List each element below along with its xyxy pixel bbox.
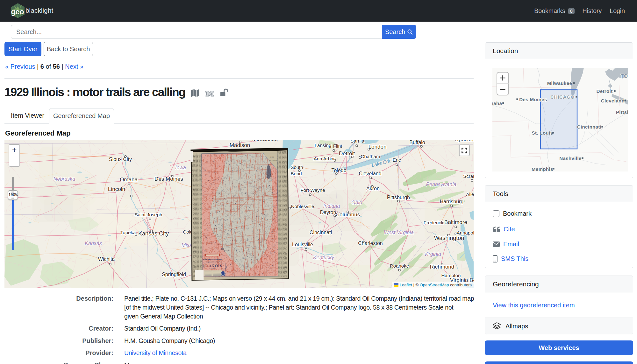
svg-text:STANDARD OIL COMPANY: STANDARD OIL COMPANY (203, 258, 222, 260)
svg-text:Syracuse: Syracuse (455, 140, 474, 142)
svg-text:Detroit: Detroit (596, 88, 612, 94)
svg-text:South: South (290, 164, 303, 170)
svg-text:Frederick: Frederick (424, 220, 444, 225)
svg-text:Cleveland: Cleveland (359, 171, 381, 176)
svg-text:Milwaukee: Milwaukee (252, 140, 278, 142)
svg-text:Erie: Erie (393, 157, 401, 163)
svg-text:Pittsburgh: Pittsburgh (387, 195, 410, 200)
svg-text:Des Moines: Des Moines (519, 97, 547, 102)
svg-text:Virginia: Virginia (424, 251, 441, 257)
svg-text:geo: geo (11, 8, 24, 16)
svg-text:Madison: Madison (230, 142, 250, 148)
svg-text:Noblesville: Noblesville (291, 204, 314, 209)
svg-text:Cincinnati: Cincinnati (577, 124, 602, 130)
svg-text:Des Moines: Des Moines (154, 176, 183, 182)
svg-text:Columbus: Columbus (336, 212, 360, 218)
svg-text:Sioux City: Sioux City (109, 157, 132, 162)
svg-text:TO: TO (621, 74, 628, 79)
svg-text:CHICAGO: CHICAGO (550, 94, 575, 100)
svg-text:Milwaukee: Milwaukee (547, 80, 572, 86)
svg-text:Allen: Allen (466, 192, 474, 197)
svg-text:Saint Joseph: Saint Joseph (135, 212, 162, 217)
svg-text:Toledo: Toledo (331, 168, 346, 173)
svg-text:Nebraska: Nebraska (54, 176, 75, 182)
svg-text:Fort Wayne: Fort Wayne (301, 187, 325, 193)
svg-text:Detroit: Detroit (339, 150, 355, 157)
svg-text:Dayton: Dayton (320, 210, 336, 215)
svg-text:Richmond: Richmond (430, 264, 454, 270)
svg-text:ILLINOIS: ILLINOIS (203, 263, 223, 268)
svg-text:Annapoli: Annapoli (457, 230, 474, 235)
svg-text:London: London (369, 144, 387, 150)
svg-text:Flint: Flint (333, 143, 342, 149)
svg-text:Buffalo: Buffalo (409, 140, 425, 145)
svg-text:Lincoln: Lincoln (108, 186, 125, 192)
svg-text:Pennsylvania: Pennsylvania (426, 182, 456, 187)
svg-text:Lansing: Lansing (315, 143, 332, 148)
svg-text:Iowa: Iowa (175, 165, 186, 170)
svg-text:Akron: Akron (366, 186, 380, 191)
svg-text:Nashville: Nashville (559, 156, 581, 161)
svg-text:Ann Arbor: Ann Arbor (314, 156, 335, 161)
svg-text:Cleveland: Cleveland (601, 98, 625, 103)
svg-text:Scale in Miles: Scale in Miles (209, 268, 216, 270)
svg-text:St. Louis: St. Louis (532, 130, 553, 136)
svg-text:naha: naha (492, 101, 502, 106)
svg-text:MICHIGAN: MICHIGAN (269, 159, 277, 161)
svg-text:Bend: Bend (290, 171, 302, 176)
svg-text:Baltimore: Baltimore (444, 219, 467, 225)
svg-text:Roanoke: Roanoke (390, 263, 409, 269)
svg-text:Scrant: Scrant (463, 173, 474, 179)
svg-text:Kentucky: Kentucky (313, 255, 334, 260)
svg-text:West Virginia: West Virginia (384, 230, 414, 235)
svg-text:Topeka: Topeka (120, 230, 136, 235)
svg-text:LAKE: LAKE (270, 156, 274, 158)
svg-text:Kansas: Kansas (85, 241, 102, 246)
svg-text:Ohio: Ohio (351, 200, 362, 205)
svg-text:Cincinnati: Cincinnati (310, 230, 332, 235)
svg-text:Washington: Washington (434, 235, 464, 241)
svg-text:Pittsb: Pittsb (616, 109, 628, 115)
svg-text:Sarnia: Sarnia (350, 140, 364, 144)
svg-text:Louisville: Louisville (292, 242, 313, 247)
svg-text:Harrisburg: Harrisburg (440, 199, 464, 204)
svg-text:Kansas City: Kansas City (138, 230, 169, 237)
svg-text:Memphis: Memphis (532, 166, 553, 172)
svg-text:Charleston: Charleston (358, 241, 383, 246)
svg-text:Indiana: Indiana (323, 203, 340, 209)
svg-text:1929 Official Road Map: 1929 Official Road Map (206, 261, 218, 262)
svg-text:Wichita: Wichita (98, 256, 115, 262)
svg-text:Chatham: Chatham (361, 154, 380, 159)
svg-text:Omaha: Omaha (120, 177, 138, 183)
svg-text:Springfield: Springfield (162, 272, 186, 277)
